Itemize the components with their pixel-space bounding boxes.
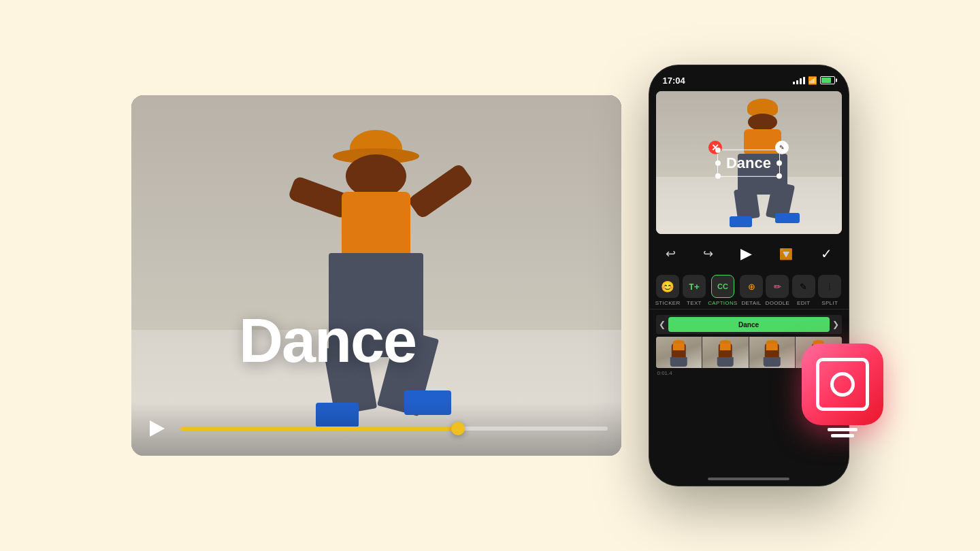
video-background: Dance [131, 95, 621, 456]
play-button-phone[interactable]: ▶ [740, 245, 752, 263]
confirm-button[interactable]: ✓ [821, 246, 832, 262]
handle-mr [777, 161, 782, 166]
tiny-torso-1 [673, 344, 684, 350]
signal-bar-4 [803, 77, 805, 84]
text-label: TEXT [687, 300, 702, 306]
doodle-tool[interactable]: ✏ DOODLE [765, 275, 789, 306]
timestamp-start: 0:01.4 [657, 370, 672, 376]
tiny-torso-2 [720, 344, 731, 350]
dance-text-overlay: Dance [239, 306, 416, 376]
ph-leg-left [734, 187, 760, 221]
signal-bar-2 [796, 80, 798, 84]
signal-bar-1 [793, 82, 795, 84]
tiny-dancer-2 [712, 340, 740, 367]
phone-home-indicator [708, 478, 789, 480]
captions-tool[interactable]: CC CApTIons [708, 275, 737, 306]
sticker-icon: 😊 [656, 275, 679, 298]
tiny-dancer-3 [758, 340, 786, 367]
detail-label: DETAIL [741, 300, 761, 306]
wifi-icon: 📶 [808, 76, 817, 85]
undo-button[interactable]: ↩ [666, 246, 676, 261]
timeline-chevron-right: ❯ [832, 320, 839, 329]
filmstrip-frame-1 [656, 337, 702, 368]
captions-icon: CC [711, 275, 734, 298]
progress-thumb[interactable] [451, 422, 465, 435]
doodle-icon: ✏ [766, 275, 789, 298]
filmstrip-frame-inner-2 [702, 337, 749, 368]
detail-tool[interactable]: ⊕ DETAIL [739, 275, 764, 306]
status-bar: 17:04 📶 [649, 65, 849, 91]
app-icon-circle [830, 372, 855, 397]
app-icon-lines [828, 428, 858, 437]
play-button[interactable] [145, 416, 169, 441]
ph-shoe-left [730, 216, 752, 227]
filmstrip-frame-inner-1 [656, 337, 702, 368]
sticker-tool[interactable]: 😊 STICKER [655, 275, 681, 306]
tiny-dancer-1 [665, 340, 693, 367]
edit-tool[interactable]: ✎ EDIT [791, 275, 816, 306]
filmstrip-frame-3 [749, 337, 796, 368]
phone-container: 17:04 📶 [649, 65, 849, 486]
status-time: 17:04 [663, 76, 685, 86]
text-tool[interactable]: T+ TEXT [682, 275, 706, 306]
timeline-track[interactable]: ❮ Dance ❯ [656, 315, 842, 334]
signal-bars-icon [793, 77, 805, 84]
handle-bl [715, 173, 721, 179]
tiny-torso-3 [766, 344, 777, 350]
handle-tr [777, 148, 782, 153]
split-icon: ⧘ [818, 275, 841, 298]
main-container: Dance 17:04 [82, 37, 898, 514]
captions-label: CApTIons [708, 300, 737, 306]
text-icon: T+ [683, 275, 706, 298]
tiny-legs-2 [717, 357, 734, 367]
timeline-clip[interactable]: Dance [668, 317, 830, 332]
edit-label: EDIT [797, 300, 810, 306]
video-controls [131, 401, 621, 456]
dancer-arm-right [407, 163, 474, 220]
app-icon-line-1 [828, 428, 858, 431]
battery-fill [821, 78, 831, 83]
split-label: SPLIT [821, 300, 838, 306]
ph-shoe-right [775, 213, 800, 223]
split-tool[interactable]: ⧘ SPLIT [817, 275, 842, 306]
ph-head [748, 114, 777, 131]
timeline-chevron-left: ❮ [659, 320, 666, 329]
redo-button[interactable]: ↪ [703, 246, 713, 261]
play-icon [150, 420, 165, 437]
handle-br [777, 173, 782, 179]
video-player: Dance [131, 95, 621, 456]
phone-dance-text: Dance [726, 154, 771, 171]
handle-tl [715, 148, 721, 153]
phone-toolbar: ↩ ↪ ▶ 🔽 ✓ [649, 238, 849, 269]
doodle-label: DOODLE [766, 300, 790, 306]
edit-icon: ✎ [792, 275, 815, 298]
filmstrip-frame-inner-3 [749, 337, 796, 368]
app-icon-inner [816, 358, 869, 411]
signal-bar-3 [800, 78, 802, 84]
progress-fill [180, 427, 458, 431]
progress-bar[interactable] [180, 427, 608, 431]
dancer-torso [342, 192, 410, 259]
phone-tools: 😊 STICKER T+ TEXT CC CApTIons ⊕ DETAIL [649, 269, 849, 310]
filmstrip-frame-2 [702, 337, 749, 368]
phone-text-selection[interactable]: ✕ ✎ Dance [717, 150, 780, 177]
tiny-legs-1 [670, 357, 687, 367]
app-icon[interactable] [802, 344, 883, 425]
dancer-silhouette [268, 124, 484, 431]
handle-ml [715, 161, 721, 166]
battery-icon [820, 76, 835, 84]
status-icons: 📶 [793, 76, 835, 85]
delete-text-handle[interactable]: ✕ [708, 141, 722, 154]
sticker-label: STICKER [655, 300, 681, 306]
detail-icon: ⊕ [740, 275, 763, 298]
phone-video-preview: ✕ ✎ Dance [656, 91, 842, 234]
tiny-legs-3 [764, 357, 780, 367]
filter-button[interactable]: 🔽 [779, 248, 793, 261]
app-icon-line-2 [831, 434, 854, 437]
